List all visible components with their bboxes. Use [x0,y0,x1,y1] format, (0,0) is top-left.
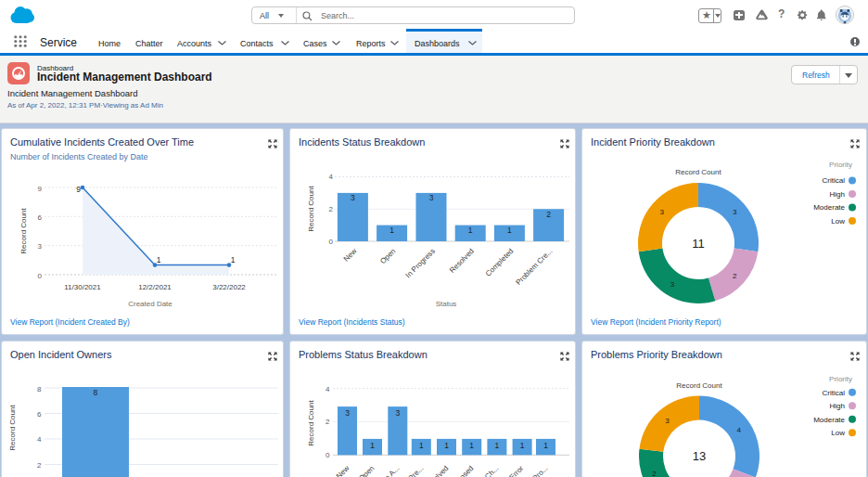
svg-text:2: 2 [329,205,334,213]
svg-text:1: 1 [543,441,548,450]
svg-text:1: 1 [468,226,473,235]
svg-text:6: 6 [38,213,43,222]
svg-text:0: 0 [38,272,43,280]
svg-text:3: 3 [395,408,400,418]
svg-text:1: 1 [444,441,449,450]
svg-text:11/30/2021: 11/30/2021 [64,283,101,291]
svg-text:6: 6 [37,410,42,419]
svg-text:2: 2 [733,272,737,280]
svg-text:4: 4 [326,385,330,393]
svg-text:Priority: Priority [829,161,852,169]
svg-text:3: 3 [38,242,43,251]
svg-text:Record Count: Record Count [307,400,315,446]
svg-text:2: 2 [326,418,330,426]
svg-text:1: 1 [469,441,474,450]
svg-text:Created Date: Created Date [128,300,172,308]
svg-text:0: 0 [329,238,334,246]
svg-text:Record Count: Record Count [19,208,28,254]
svg-text:8: 8 [37,385,42,393]
svg-text:Ch...: Ch... [483,464,500,477]
svg-text:Critical: Critical [823,389,846,397]
svg-text:In Progress: In Progress [404,247,437,279]
svg-text:Moderate: Moderate [813,203,845,212]
svg-text:Completed: Completed [484,247,516,278]
svg-text:3: 3 [429,193,434,202]
svg-text:3: 3 [351,193,355,202]
svg-text:In Pre...: In Pre... [401,464,425,477]
svg-text:...osed: ...osed [453,464,475,477]
svg-text:1: 1 [507,226,512,235]
svg-text:4: 4 [37,435,42,444]
svg-text:1: 1 [370,441,375,450]
svg-text:...olved: ...olved [428,464,451,477]
svg-text:New: New [335,464,351,477]
svg-text:2: 2 [546,210,551,219]
svg-text:3: 3 [670,280,675,289]
svg-text:1: 1 [157,255,161,264]
svg-text:1: 1 [231,255,236,264]
svg-text:0: 0 [326,451,330,459]
svg-text:3: 3 [659,208,664,216]
svg-text:Status: Status [436,300,457,308]
svg-text:High: High [830,402,845,410]
svg-text:3/22/2022: 3/22/2022 [212,283,246,291]
svg-text:Problem Cre...: Problem Cre... [515,247,555,287]
svg-text:3: 3 [345,408,350,418]
svg-text:Moderate: Moderate [813,416,845,424]
svg-text:Critical: Critical [823,176,846,185]
svg-text:Record Count: Record Count [307,186,315,232]
svg-text:Record Count: Record Count [675,168,721,176]
svg-text:Resolved: Resolved [448,247,476,275]
svg-text:13: 13 [693,449,706,463]
svg-text:12/2/2021: 12/2/2021 [138,283,172,291]
svg-text:9: 9 [76,185,81,194]
svg-text:Low: Low [831,217,845,226]
svg-text:Low: Low [831,429,845,437]
svg-text:1: 1 [520,441,525,450]
svg-text:9: 9 [38,185,43,193]
svg-text:Record Count: Record Count [676,381,722,390]
svg-text:1: 1 [389,226,394,235]
svg-text:Priority: Priority [829,375,852,383]
svg-text:11: 11 [692,237,705,251]
svg-text:Record Count: Record Count [8,405,17,451]
svg-text:Open: Open [357,464,376,477]
svg-text:4: 4 [329,173,334,181]
svg-text:Error: Error [507,464,525,477]
svg-text:New: New [342,247,359,264]
svg-text:3: 3 [665,417,670,425]
svg-text:1: 1 [419,441,424,450]
svg-text:2: 2 [37,461,42,470]
svg-text:4: 4 [737,426,742,434]
svg-text:In A...: In A... [382,464,402,477]
svg-text:High: High [830,190,845,199]
svg-text:3: 3 [733,208,737,216]
svg-text:8: 8 [93,388,97,397]
svg-text:1: 1 [495,441,500,450]
svg-text:2: 2 [652,470,657,477]
svg-text:Open: Open [378,247,397,265]
svg-text:Pro...: Pro... [531,464,550,477]
